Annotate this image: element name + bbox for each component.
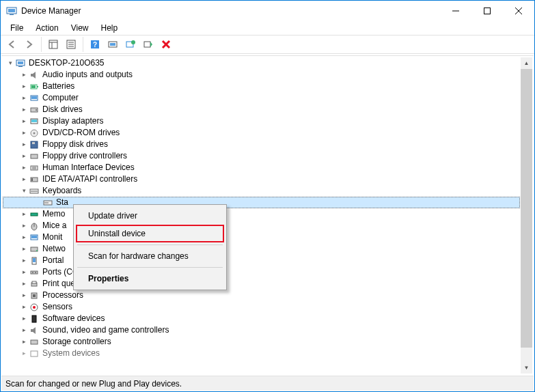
svg-rect-25 bbox=[18, 66, 23, 67]
tree-item[interactable]: ▸Batteries bbox=[3, 81, 520, 92]
context-separator bbox=[77, 244, 223, 245]
svg-rect-2 bbox=[10, 14, 14, 15]
svg-rect-63 bbox=[33, 258, 36, 262]
add-legacy-button[interactable] bbox=[140, 36, 156, 53]
menubar: File Action View Help bbox=[1, 21, 534, 35]
svg-rect-55 bbox=[31, 213, 38, 216]
tree-item[interactable]: ▸System devices bbox=[3, 348, 520, 359]
tree-item-label: DVD/CD-ROM drives bbox=[42, 127, 120, 139]
show-hide-tree-button[interactable] bbox=[45, 36, 61, 53]
close-button[interactable] bbox=[503, 1, 534, 21]
menu-help[interactable]: Help bbox=[96, 22, 124, 34]
svg-point-36 bbox=[33, 132, 36, 134]
context-update-driver[interactable]: Update driver bbox=[76, 207, 224, 225]
svg-rect-64 bbox=[31, 271, 38, 274]
expand-icon[interactable]: ▸ bbox=[19, 139, 29, 150]
maximize-button[interactable] bbox=[471, 1, 503, 21]
expand-icon[interactable]: ▸ bbox=[19, 104, 29, 115]
expand-icon[interactable]: ▸ bbox=[19, 115, 29, 127]
back-button[interactable] bbox=[3, 36, 20, 53]
tree-root[interactable]: ▾ DESKTOP-210O635 bbox=[3, 57, 520, 69]
tree-item[interactable]: ▸DVD/CD-ROM drives bbox=[3, 127, 520, 139]
context-menu: Update driver Uninstall device Scan for … bbox=[73, 204, 227, 290]
tree-item[interactable]: ▸Sound, video and game controllers bbox=[3, 324, 520, 336]
expand-icon[interactable]: ▾ bbox=[5, 57, 15, 69]
tree-item-label: Memo bbox=[42, 208, 65, 220]
expand-icon[interactable]: ▸ bbox=[19, 348, 29, 359]
tree-item[interactable]: ▸Audio inputs and outputs bbox=[3, 69, 520, 81]
minimize-button[interactable] bbox=[440, 1, 471, 21]
tree-item-label: IDE ATA/ATAPI controllers bbox=[42, 173, 137, 185]
tree-item[interactable]: ▸Software devices bbox=[3, 313, 520, 324]
tree-item-keyboards[interactable]: ▾Keyboards bbox=[3, 185, 520, 197]
properties-button[interactable] bbox=[63, 36, 79, 53]
expand-icon[interactable]: ▸ bbox=[19, 266, 29, 278]
expand-icon[interactable]: ▸ bbox=[19, 324, 29, 336]
expand-icon[interactable]: ▸ bbox=[19, 162, 29, 173]
expand-icon[interactable]: ▸ bbox=[19, 69, 29, 81]
context-uninstall-device[interactable]: Uninstall device bbox=[76, 225, 224, 242]
svg-rect-59 bbox=[31, 236, 37, 238]
scroll-down-button[interactable]: ▼ bbox=[521, 362, 532, 374]
system-icon bbox=[29, 348, 40, 359]
scroll-track[interactable] bbox=[521, 69, 532, 362]
content-area: ▾ DESKTOP-210O635 ▸Audio inputs and outp… bbox=[1, 55, 534, 375]
tree-item[interactable]: ▸Disk drives bbox=[3, 104, 520, 115]
svg-point-32 bbox=[36, 109, 37, 111]
help-button[interactable]: ? bbox=[87, 36, 103, 53]
expand-icon[interactable]: ▸ bbox=[19, 313, 29, 324]
software-icon bbox=[29, 313, 40, 324]
expand-icon[interactable]: ▸ bbox=[19, 150, 29, 162]
menu-action[interactable]: Action bbox=[30, 22, 64, 34]
computer-icon bbox=[29, 93, 40, 104]
expand-icon[interactable]: ▸ bbox=[19, 290, 29, 301]
tree-item[interactable]: ▸Floppy disk drives bbox=[3, 139, 520, 150]
titlebar: Device Manager bbox=[1, 1, 534, 21]
context-separator bbox=[77, 267, 223, 268]
svg-rect-28 bbox=[31, 85, 36, 88]
vertical-scrollbar[interactable]: ▲ ▼ bbox=[521, 57, 532, 374]
svg-point-66 bbox=[35, 272, 36, 273]
network-icon bbox=[29, 244, 40, 255]
expand-icon[interactable]: ▸ bbox=[19, 81, 29, 92]
display-icon bbox=[29, 116, 40, 127]
scroll-up-button[interactable]: ▲ bbox=[521, 57, 532, 69]
uninstall-button[interactable] bbox=[158, 36, 174, 53]
expand-icon[interactable]: ▸ bbox=[19, 278, 29, 290]
expand-icon[interactable]: ▸ bbox=[19, 232, 29, 243]
scroll-thumb[interactable] bbox=[521, 69, 532, 348]
toolbar-separator bbox=[83, 37, 83, 52]
expand-icon[interactable]: ▸ bbox=[19, 220, 29, 232]
expand-icon[interactable]: ▸ bbox=[19, 173, 29, 185]
tree-item[interactable]: ▸Storage controllers bbox=[3, 336, 520, 348]
scan-hardware-button[interactable] bbox=[105, 36, 121, 53]
expand-icon[interactable]: ▸ bbox=[19, 208, 29, 220]
expand-icon[interactable]: ▸ bbox=[19, 255, 29, 266]
svg-rect-39 bbox=[31, 154, 38, 158]
update-driver-button[interactable] bbox=[122, 36, 139, 53]
tree-item[interactable]: ▸Processors bbox=[3, 290, 520, 301]
collapse-icon[interactable]: ▾ bbox=[19, 185, 29, 197]
statusbar: Scan for changed or new Plug and Play de… bbox=[1, 376, 534, 391]
expand-icon[interactable]: ▸ bbox=[19, 336, 29, 348]
tree-item[interactable]: ▸Floppy drive controllers bbox=[3, 150, 520, 162]
expand-icon[interactable]: ▸ bbox=[19, 92, 29, 104]
expand-icon[interactable]: ▸ bbox=[19, 127, 29, 139]
menu-file[interactable]: File bbox=[5, 22, 29, 34]
expand-icon[interactable]: ▸ bbox=[19, 243, 29, 255]
cpu-icon bbox=[29, 290, 40, 301]
expand-icon[interactable]: ▸ bbox=[19, 301, 29, 313]
tree-item[interactable]: ▸Human Interface Devices bbox=[3, 162, 520, 173]
forward-button[interactable] bbox=[21, 36, 38, 53]
tree-item[interactable]: ▸Computer bbox=[3, 92, 520, 104]
tree-item[interactable]: ▸IDE ATA/ATAPI controllers bbox=[3, 173, 520, 185]
keyboard-icon bbox=[29, 186, 40, 197]
tree-item-label: Sensors bbox=[42, 301, 72, 313]
context-properties[interactable]: Properties bbox=[76, 270, 224, 288]
menu-view[interactable]: View bbox=[66, 22, 94, 34]
tree-item[interactable]: ▸Display adapters bbox=[3, 115, 520, 127]
svg-rect-75 bbox=[31, 351, 38, 356]
context-scan-hardware[interactable]: Scan for hardware changes bbox=[76, 247, 224, 265]
tree-item[interactable]: ▸Sensors bbox=[3, 301, 520, 313]
svg-point-61 bbox=[36, 250, 38, 251]
